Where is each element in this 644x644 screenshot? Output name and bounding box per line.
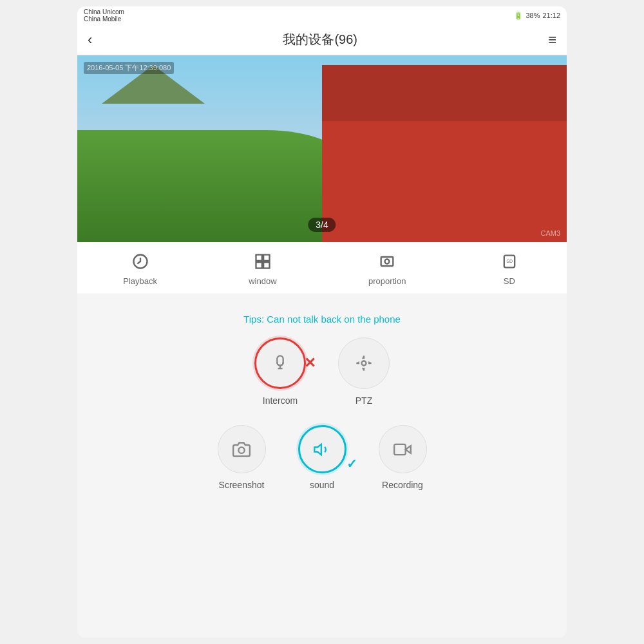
ptz-button[interactable] — [338, 337, 390, 389]
grass-area — [77, 130, 346, 242]
sound-item: ✓ sound — [298, 425, 346, 490]
svg-rect-4 — [263, 262, 269, 268]
tips-text: Tips: Can not talk back on the phone — [243, 314, 401, 325]
menu-button[interactable]: ≡ — [548, 32, 556, 48]
status-right: 🔋 38% 21:12 — [514, 12, 560, 20]
toolbar-sd[interactable]: SD SD — [498, 250, 521, 286]
screenshot-button[interactable] — [218, 425, 266, 473]
sd-label: SD — [504, 276, 515, 286]
carrier2: China Mobile — [84, 15, 124, 23]
recording-button[interactable] — [379, 425, 427, 473]
svg-marker-18 — [406, 446, 411, 453]
toolbar-proportion[interactable]: proportion — [368, 250, 406, 286]
time: 21:12 — [542, 12, 560, 19]
svg-rect-5 — [381, 257, 393, 266]
bottom-controls: Screenshot ✓ sound — [90, 425, 554, 490]
video-timestamp: 2016-05-05 下午12:39:080 — [84, 62, 174, 74]
window-icon — [251, 250, 274, 273]
proportion-label: proportion — [368, 276, 406, 286]
cam-label: CAM3 — [540, 229, 560, 237]
recording-label: Recording — [382, 480, 423, 490]
status-bar: China Unicom China Mobile 🔋 38% 21:12 — [77, 6, 567, 24]
page-title: 我的设备(96) — [283, 31, 357, 48]
svg-text:SD: SD — [506, 259, 513, 263]
intercom-button[interactable]: ✕ — [254, 337, 306, 389]
battery-icon: 🔋 — [514, 12, 523, 20]
video-counter: 3/4 — [308, 218, 336, 232]
recording-item: Recording — [379, 425, 427, 490]
toolbar: Playback window proportion — [77, 242, 567, 294]
phone-container: China Unicom China Mobile 🔋 38% 21:12 ‹ … — [77, 6, 567, 638]
roof — [322, 65, 567, 121]
svg-rect-3 — [256, 262, 261, 268]
svg-marker-17 — [314, 444, 321, 454]
sound-label: sound — [310, 480, 334, 490]
carrier1: China Unicom — [84, 8, 124, 15]
svg-rect-2 — [263, 255, 269, 261]
ptz-item: PTZ — [338, 337, 390, 406]
header: ‹ 我的设备(96) ≡ — [77, 24, 567, 55]
sound-button[interactable]: ✓ — [298, 425, 346, 473]
playback-icon — [129, 250, 152, 273]
content-area: Tips: Can not talk back on the phone ✕ I… — [77, 294, 567, 638]
svg-point-6 — [385, 260, 390, 264]
screenshot-label: Screenshot — [219, 480, 265, 490]
controls-row: ✕ Intercom — [90, 337, 554, 406]
playback-label: Playback — [123, 276, 157, 286]
x-badge: ✕ — [304, 355, 316, 372]
svg-point-16 — [238, 447, 244, 453]
ptz-label: PTZ — [355, 395, 372, 406]
svg-rect-19 — [394, 444, 406, 454]
toolbar-window[interactable]: window — [249, 250, 276, 286]
sound-check: ✓ — [346, 456, 357, 471]
intercom-label: Intercom — [263, 395, 298, 406]
toolbar-playback[interactable]: Playback — [123, 250, 157, 286]
sd-icon: SD — [498, 250, 521, 273]
proportion-icon — [375, 250, 399, 273]
screenshot-item: Screenshot — [218, 425, 266, 490]
back-button[interactable]: ‹ — [88, 32, 92, 48]
svg-rect-1 — [256, 255, 261, 261]
carrier-info: China Unicom China Mobile — [84, 8, 124, 23]
video-area[interactable]: 2016-05-05 下午12:39:080 3/4 CAM3 — [77, 55, 567, 242]
window-label: window — [249, 276, 276, 286]
intercom-item: ✕ Intercom — [254, 337, 306, 406]
battery-percent: 38% — [526, 12, 540, 19]
svg-point-11 — [362, 361, 366, 366]
